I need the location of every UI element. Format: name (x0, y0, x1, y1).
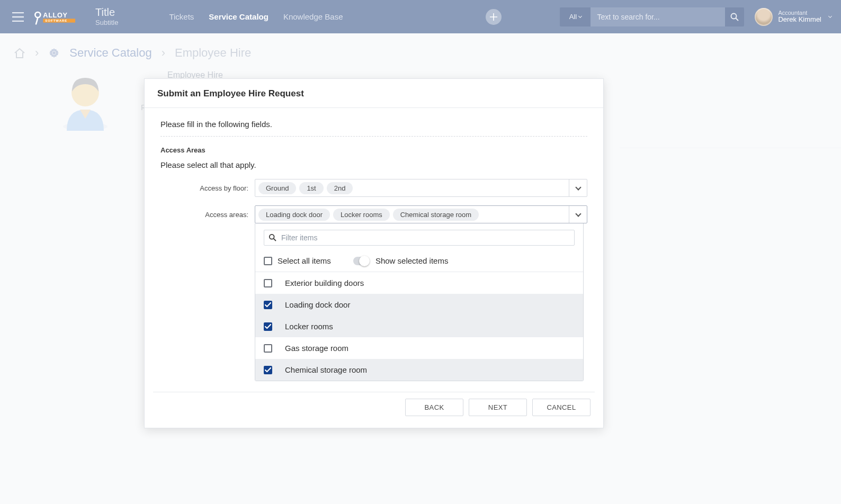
modal-footer: BACK NEXT CANCEL (145, 392, 603, 428)
plus-icon (490, 13, 497, 21)
checkbox[interactable] (264, 366, 272, 374)
user-menu[interactable]: Accountant Derek Kimmel (755, 8, 831, 26)
search-button[interactable] (725, 7, 744, 26)
svg-text:SOFTWARE: SOFTWARE (45, 19, 67, 22)
checkbox[interactable] (264, 322, 272, 331)
svg-line-10 (274, 239, 276, 241)
search-scope-dropdown[interactable]: All (560, 7, 591, 26)
chip[interactable]: Ground (258, 182, 296, 194)
nav-tabs: Tickets Service Catalog Knowledge Base (169, 12, 343, 21)
areas-multiselect[interactable]: Loading dock door Locker rooms Chemical … (255, 205, 587, 223)
modal-title: Submit an Employee Hire Request (157, 88, 591, 99)
dropdown-toggle[interactable] (569, 206, 587, 223)
svg-line-5 (736, 18, 739, 21)
filter-input-wrap (264, 230, 575, 246)
select-all-label: Select all items (278, 256, 331, 265)
app-title: Title (95, 6, 118, 18)
search-group: All (560, 7, 744, 26)
back-button[interactable]: BACK (405, 399, 463, 416)
svg-point-0 (35, 12, 40, 17)
list-item[interactable]: Loading dock door (255, 294, 583, 316)
checkbox[interactable] (264, 301, 272, 309)
modal-header: Submit an Employee Hire Request (145, 79, 603, 108)
field-label: Access areas: (160, 211, 255, 219)
search-input[interactable] (591, 7, 725, 26)
user-name: Derek Kimmel (778, 16, 821, 24)
cancel-button[interactable]: CANCEL (532, 399, 591, 416)
list-item-label: Exterior building doors (285, 278, 364, 287)
list-item-label: Gas storage room (285, 344, 348, 353)
areas-chips: Loading dock door Locker rooms Chemical … (255, 206, 569, 223)
list-item-label: Locker rooms (285, 322, 333, 331)
avatar (755, 8, 773, 26)
divider (160, 136, 587, 137)
app-subtitle: Subtitle (95, 19, 118, 26)
logo: ALLOY SOFTWARE (33, 8, 86, 26)
chevron-down-icon (575, 184, 581, 190)
modal: Submit an Employee Hire Request Please f… (144, 78, 604, 428)
areas-dropdown: Select all items Show selected items Ext… (255, 223, 584, 381)
list-item[interactable]: Exterior building doors (255, 272, 583, 294)
list-item-label: Chemical storage room (285, 365, 367, 374)
chevron-down-icon (575, 211, 581, 217)
select-all-checkbox[interactable] (264, 257, 272, 265)
section-title: Access Areas (160, 146, 587, 154)
list-item-label: Loading dock door (285, 300, 350, 309)
filter-input[interactable] (281, 233, 570, 242)
chip[interactable]: Locker rooms (333, 209, 390, 221)
chip[interactable]: 2nd (327, 182, 353, 194)
chip[interactable]: 1st (299, 182, 323, 194)
logo-icon: ALLOY SOFTWARE (33, 8, 86, 26)
chevron-down-icon (578, 14, 582, 18)
svg-point-4 (731, 13, 737, 19)
modal-intro: Please fill in the following fields. (160, 120, 587, 129)
show-selected-toggle[interactable] (353, 257, 369, 265)
field-access-by-floor: Access by floor: Ground 1st 2nd (160, 179, 587, 197)
tab-tickets[interactable]: Tickets (169, 12, 194, 21)
chevron-down-icon (828, 14, 832, 18)
svg-point-9 (270, 235, 274, 239)
field-label: Access by floor: (160, 184, 255, 192)
dropdown-controls (255, 223, 583, 250)
checkbox[interactable] (264, 344, 272, 353)
floor-chips: Ground 1st 2nd (255, 179, 569, 196)
tab-knowledge-base[interactable]: Knowledge Base (283, 12, 343, 21)
next-button[interactable]: NEXT (469, 399, 527, 416)
search-icon (730, 13, 739, 21)
field-access-areas: Access areas: Loading dock door Locker r… (160, 205, 587, 223)
floor-multiselect[interactable]: Ground 1st 2nd (255, 179, 587, 197)
create-button[interactable] (486, 9, 502, 25)
page: › Service Catalog › Employee Hire Employ… (0, 33, 841, 504)
tab-service-catalog[interactable]: Service Catalog (209, 12, 269, 21)
chip[interactable]: Loading dock door (258, 209, 330, 221)
search-scope-label: All (569, 13, 577, 21)
topbar: ALLOY SOFTWARE Title Subtitle Tickets Se… (0, 0, 841, 33)
modal-body: Please fill in the following fields. Acc… (145, 108, 603, 385)
search-icon (269, 233, 277, 242)
section-subtext: Please select all that apply. (160, 160, 587, 169)
list-item[interactable]: Chemical storage room (255, 359, 583, 381)
dropdown-list[interactable]: Exterior building doorsLoading dock door… (255, 272, 583, 381)
chip[interactable]: Chemical storage room (393, 209, 479, 221)
list-item[interactable]: Locker rooms (255, 316, 583, 337)
show-selected-label: Show selected items (375, 256, 449, 265)
title-block: Title Subtitle (95, 6, 118, 26)
dropdown-toggle[interactable] (569, 179, 587, 196)
list-item[interactable]: Gas storage room (255, 337, 583, 359)
checkbox[interactable] (264, 279, 272, 287)
dropdown-toolbar: Select all items Show selected items (255, 250, 583, 272)
hamburger-icon (12, 12, 24, 22)
svg-text:ALLOY: ALLOY (43, 11, 67, 19)
hamburger-menu-button[interactable] (8, 7, 28, 26)
